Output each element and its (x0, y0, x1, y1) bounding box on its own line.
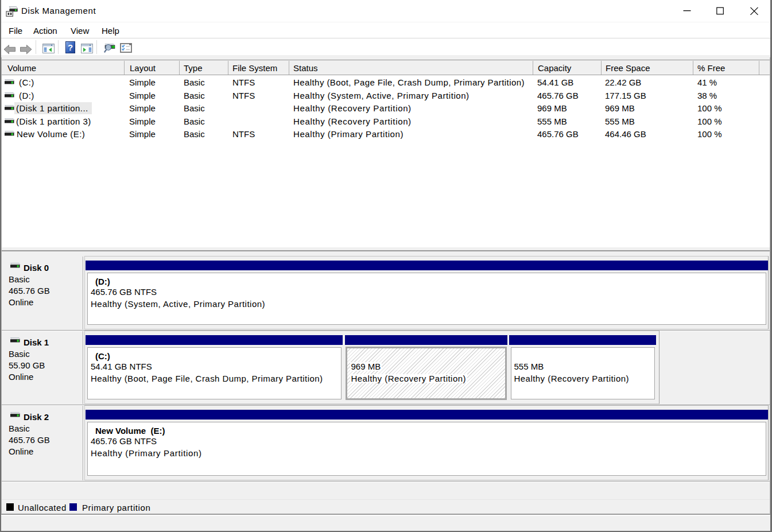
svg-text:?: ? (68, 42, 73, 52)
